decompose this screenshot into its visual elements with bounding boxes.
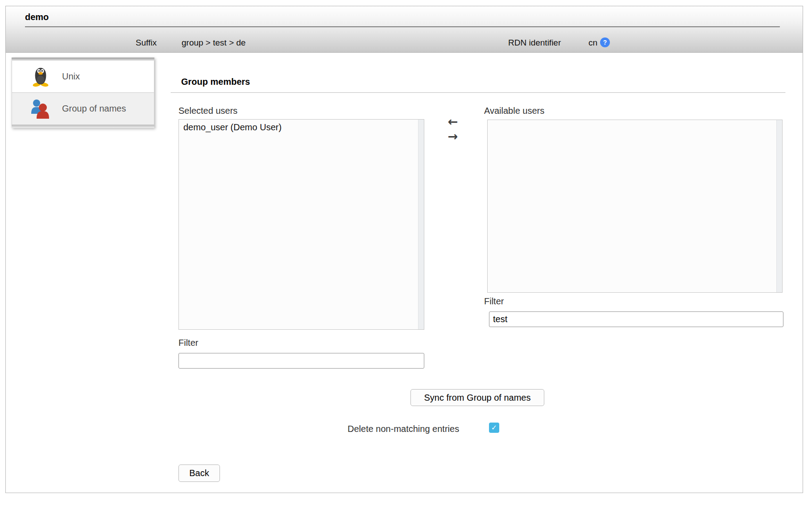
sidebar-item-label: Unix xyxy=(62,71,80,82)
move-right-arrow-icon[interactable]: → xyxy=(445,130,460,143)
suffix-label: Suffix xyxy=(136,38,157,48)
available-users-listbox[interactable] xyxy=(487,120,783,293)
breadcrumb: group > test > de xyxy=(182,38,246,48)
scrollbar[interactable] xyxy=(418,120,424,329)
check-icon: ✓ xyxy=(491,423,497,432)
header: demo Suffix group > test > de RDN identi… xyxy=(6,6,803,53)
help-icon[interactable]: ? xyxy=(600,37,610,47)
sync-from-group-button[interactable]: Sync from Group of names xyxy=(410,389,544,406)
page-container: demo Suffix group > test > de RDN identi… xyxy=(5,6,803,493)
sidebar-item-unix[interactable]: Unix xyxy=(12,61,154,93)
sidebar-top-strip xyxy=(12,58,154,61)
selected-users-label: Selected users xyxy=(178,106,237,116)
sidebar-item-label: Group of names xyxy=(62,104,126,114)
delete-non-matching-checkbox[interactable]: ✓ xyxy=(489,423,499,433)
available-filter-input[interactable] xyxy=(489,311,783,327)
sidebar-item-group-of-names[interactable]: Group of names xyxy=(12,93,154,125)
transfer-arrows: ← → xyxy=(445,115,460,143)
back-button[interactable]: Back xyxy=(178,465,220,482)
header-divider xyxy=(25,26,780,27)
rdn-identifier-value: cn xyxy=(588,38,597,48)
group-people-icon xyxy=(31,99,50,119)
available-users-label: Available users xyxy=(484,106,544,116)
tux-penguin-icon xyxy=(31,66,50,87)
page-title: demo xyxy=(25,12,49,22)
sidebar-bottom-strip xyxy=(12,125,154,128)
selected-filter-input[interactable] xyxy=(178,353,424,369)
list-item[interactable]: demo_user (Demo User) xyxy=(179,120,424,133)
selected-users-listbox[interactable]: demo_user (Demo User) xyxy=(178,119,424,330)
selected-filter-label: Filter xyxy=(178,338,198,348)
section-title: Group members xyxy=(181,77,250,87)
rdn-identifier-label: RDN identifier xyxy=(508,38,561,48)
scrollbar[interactable] xyxy=(776,120,782,292)
section-header: Group members xyxy=(171,77,785,93)
delete-non-matching-label: Delete non-matching entries xyxy=(348,424,459,434)
available-filter-label: Filter xyxy=(484,296,504,307)
move-left-arrow-icon[interactable]: ← xyxy=(445,115,460,129)
module-tab-list: Unix Group of names xyxy=(12,58,154,128)
